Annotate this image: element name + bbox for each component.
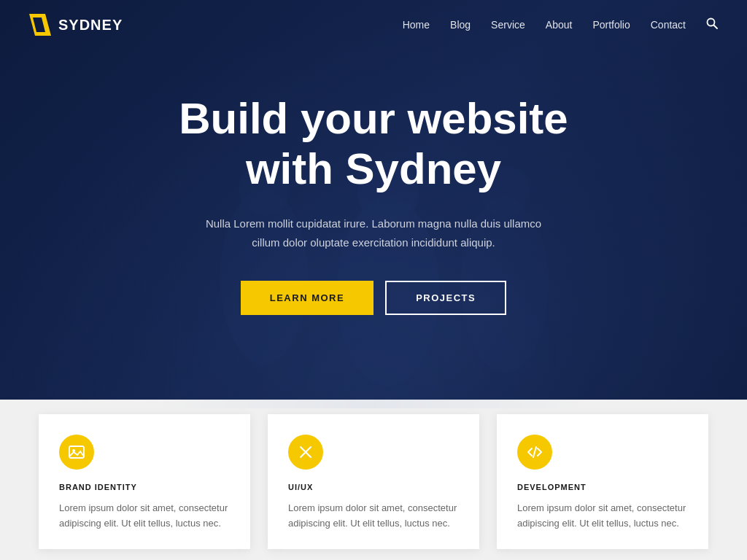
card-brand-title: BRAND IDENTITY	[59, 483, 230, 491]
hero-section: Build your website with Sydney Nulla Lor…	[0, 0, 747, 408]
nav-blog-link[interactable]: Blog	[450, 19, 471, 31]
development-icon	[517, 435, 552, 470]
svg-rect-10	[69, 446, 84, 458]
projects-button[interactable]: PROJECTS	[385, 281, 506, 315]
svg-line-14	[533, 447, 536, 457]
cards-section: BRAND IDENTITY Lorem ipsum dolor sit ame…	[0, 400, 747, 560]
code-icon	[527, 444, 543, 460]
nav-about-link[interactable]: About	[546, 19, 573, 31]
hero-subtitle: Nulla Lorem mollit cupidatat irure. Labo…	[179, 214, 568, 252]
nav-contact-link[interactable]: Contact	[651, 19, 686, 31]
nav-service-link[interactable]: Service	[491, 19, 525, 31]
navbar: SYDNEY Home Blog Service About Portfolio…	[0, 0, 747, 50]
learn-more-button[interactable]: LEARN MORE	[241, 281, 374, 315]
hero-title: Build your website with Sydney	[179, 93, 568, 194]
svg-line-3	[714, 26, 718, 29]
nav-home-link[interactable]: Home	[403, 19, 430, 31]
card-brand-text: Lorem ipsum dolor sit amet, consectetur …	[59, 500, 230, 532]
card-uiux-text: Lorem ipsum dolor sit amet, consectetur …	[288, 500, 459, 532]
hero-buttons: LEARN MORE PROJECTS	[179, 281, 568, 315]
card-uiux-title: UI/UX	[288, 483, 459, 491]
image-icon	[69, 444, 85, 460]
nav-portfolio-link[interactable]: Portfolio	[592, 19, 630, 31]
card-brand-identity: BRAND IDENTITY Lorem ipsum dolor sit ame…	[39, 414, 250, 549]
card-dev-text: Lorem ipsum dolor sit amet, consectetur …	[517, 500, 688, 532]
logo[interactable]: SYDNEY	[29, 14, 123, 36]
brand-identity-icon	[59, 435, 94, 470]
card-development: DEVELOPMENT Lorem ipsum dolor sit amet, …	[497, 414, 708, 549]
nav-links: Home Blog Service About Portfolio Contac…	[403, 18, 718, 32]
logo-icon	[29, 14, 51, 36]
hero-content: Build your website with Sydney Nulla Lor…	[150, 93, 597, 315]
brand-name: SYDNEY	[58, 17, 123, 34]
tools-icon	[298, 444, 314, 460]
card-dev-title: DEVELOPMENT	[517, 483, 688, 491]
search-icon[interactable]	[706, 19, 718, 31]
uiux-icon	[288, 435, 323, 470]
card-uiux: UI/UX Lorem ipsum dolor sit amet, consec…	[268, 414, 479, 549]
